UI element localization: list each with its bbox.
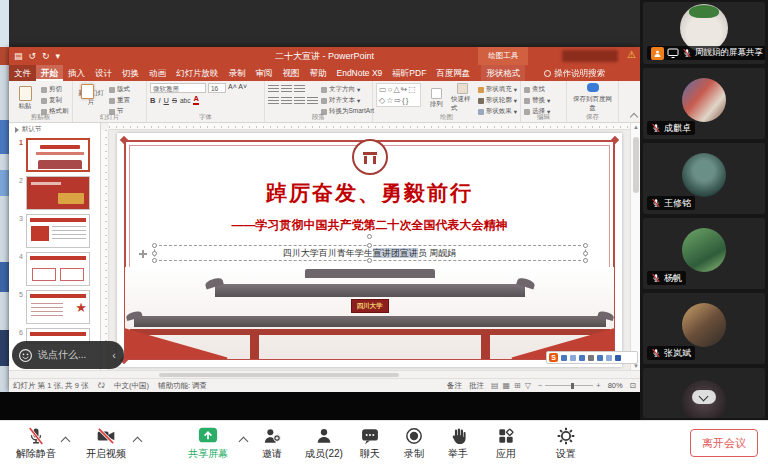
rotate-handle[interactable] (367, 234, 372, 239)
thumbnail-row-5[interactable]: 5 ★ (9, 288, 100, 326)
zoom-percent[interactable]: 80% (608, 381, 623, 390)
font-color-button[interactable]: A (193, 95, 198, 105)
slide-thumbnail[interactable]: ★ (26, 290, 90, 324)
participant-tile[interactable]: 王修铭 (643, 143, 765, 214)
tab-design[interactable]: 设计 (90, 65, 117, 81)
collapse-sidebar-button[interactable] (692, 390, 716, 404)
thumbnail-row-4[interactable]: 4 (9, 250, 100, 288)
tab-baidu-pan[interactable]: 百度网盘 (431, 65, 475, 81)
thumbnail-row-1[interactable]: 1 (9, 136, 100, 174)
selection-handle[interactable] (367, 243, 372, 248)
new-slide-button[interactable]: 新建幻灯片 (76, 83, 106, 113)
chat-button[interactable]: 聊天 (350, 424, 390, 462)
section-header[interactable]: 默认节 (9, 123, 100, 136)
share-options-chevron[interactable] (240, 436, 247, 443)
participant-tile[interactable]: 张岚斌 (643, 293, 765, 364)
selection-handle[interactable] (152, 251, 157, 256)
tab-transitions[interactable]: 切换 (117, 65, 144, 81)
slide-thumbnail[interactable] (26, 176, 90, 210)
save-to-cloud-button[interactable]: 保存到百度网盘 (573, 95, 613, 113)
quick-styles-button[interactable]: 快速样式 (451, 83, 475, 113)
font-size-box[interactable]: 16 (208, 83, 226, 93)
move-handle-icon[interactable] (139, 250, 147, 258)
slide-editing-area[interactable]: 踔厉奋发、勇毅前行 ——学习贯彻中国共产党第二十次全国代表大会精神 四川大学百川… (117, 133, 622, 367)
tell-me-search[interactable]: 操作说明搜索 (539, 65, 610, 81)
tab-review[interactable]: 审阅 (251, 65, 278, 81)
language-indicator[interactable]: 中文(中国) (114, 381, 149, 391)
tab-view[interactable]: 视图 (278, 65, 305, 81)
italic-button[interactable]: I (158, 96, 160, 105)
slide-thumbnail[interactable] (26, 214, 90, 248)
zoom-slider[interactable]: −+ (538, 381, 601, 390)
slide-thumbnail[interactable] (26, 252, 90, 286)
find-button[interactable]: 查找 (524, 85, 550, 94)
participant-tile[interactable]: 成麒卓 (643, 68, 765, 139)
shape-fill-button[interactable]: 形状填充 ▾ (478, 85, 517, 94)
tab-record[interactable]: 录制 (224, 65, 251, 81)
presenter-textbox[interactable]: 四川大学百川青年学生宣讲团宣讲员 周靓娟 (154, 245, 586, 261)
participant-tile[interactable]: 杨帆 (643, 218, 765, 289)
text-direction-button[interactable]: 文字方向 ▾ (321, 85, 374, 94)
tab-home[interactable]: 开始 (36, 65, 63, 81)
view-mode-buttons[interactable]: ▤▦⊞▽ (491, 381, 531, 390)
apps-button[interactable]: 应用 (486, 424, 526, 462)
layout-button[interactable]: 版式 (109, 85, 130, 94)
selection-handle[interactable] (583, 243, 588, 248)
strikethrough-button[interactable]: S (172, 96, 177, 105)
ime-toolbar[interactable]: S (546, 351, 638, 364)
leave-meeting-button[interactable]: 离开会议 (690, 429, 758, 457)
invite-button[interactable]: 邀请 (250, 424, 294, 462)
selection-handle[interactable] (367, 258, 372, 263)
vertical-scrollbar[interactable]: ▲▼ (630, 123, 640, 370)
underline-button[interactable]: U (164, 96, 169, 105)
collapse-left-icon[interactable]: ‹ (110, 349, 118, 361)
settings-button[interactable]: 设置 (546, 424, 586, 462)
horizontal-scrollbar[interactable] (9, 370, 640, 378)
accessibility-status[interactable]: 辅助功能: 调查 (158, 381, 207, 391)
tab-slideshow[interactable]: 幻灯片放映 (171, 65, 224, 81)
chat-input-placeholder[interactable]: 说点什么... (38, 348, 105, 362)
unmute-button[interactable]: 解除静音 (8, 424, 64, 462)
cut-button[interactable]: 剪切 (41, 85, 69, 94)
replace-button[interactable]: 替换 ▾ (524, 96, 550, 105)
video-options-chevron[interactable] (134, 436, 141, 443)
slide-title-text[interactable]: 踔厉奋发、勇毅前行 (117, 179, 622, 207)
start-video-button[interactable]: 开启视频 (78, 424, 134, 462)
tab-shape-format[interactable]: 绘图工具 形状格式 (481, 65, 525, 81)
selection-handle[interactable] (152, 243, 157, 248)
thumbnail-row-2[interactable]: 2 (9, 174, 100, 212)
clear-format-button[interactable]: abc (180, 97, 190, 104)
selection-handle[interactable] (583, 251, 588, 256)
font-name-box[interactable]: 微软雅黑 (150, 83, 206, 93)
participant-tile-partial[interactable] (643, 368, 765, 418)
selection-handle[interactable] (583, 258, 588, 263)
tab-file[interactable]: 文件 (9, 65, 36, 81)
shape-outline-button[interactable]: 形状轮廓 ▾ (478, 96, 517, 105)
copy-button[interactable]: 复制 (41, 96, 69, 105)
tab-help[interactable]: 帮助 (305, 65, 332, 81)
tab-animations[interactable]: 动画 (144, 65, 171, 81)
list-buttons[interactable] (268, 85, 318, 93)
bold-button[interactable]: B (150, 96, 155, 105)
notes-toggle[interactable]: 备注 (447, 381, 462, 391)
align-buttons[interactable] (268, 97, 318, 105)
thumbnail-row-3[interactable]: 3 (9, 212, 100, 250)
record-button[interactable]: 录制 (394, 424, 434, 462)
participant-tile-sharing[interactable]: 周靓娟的屏幕共享 (643, 2, 765, 64)
collapse-ribbon-icon[interactable] (630, 113, 638, 121)
slide-subtitle-text[interactable]: ——学习贯彻中国共产党第二十次全国代表大会精神 (117, 217, 622, 234)
tab-endnote[interactable]: EndNote X9 (332, 65, 388, 81)
chat-overlay[interactable]: 说点什么... ‹ (12, 341, 124, 369)
tab-insert[interactable]: 插入 (63, 65, 90, 81)
raise-hand-button[interactable]: 举手 (438, 424, 478, 462)
arrange-button[interactable]: 排列 (424, 83, 448, 113)
comments-toggle[interactable]: 批注 (469, 381, 484, 391)
mic-options-chevron[interactable] (62, 436, 69, 443)
members-button[interactable]: 成员(22) (296, 424, 352, 462)
align-text-button[interactable]: 对齐文本 ▾ (321, 96, 374, 105)
selection-handle[interactable] (152, 258, 157, 263)
slide-thumbnail-selected[interactable] (26, 138, 90, 172)
fit-to-window-icon[interactable]: ⊡ (630, 381, 636, 390)
share-screen-button[interactable]: 共享屏幕 (180, 424, 236, 462)
paste-button[interactable]: 粘贴 (12, 83, 38, 113)
